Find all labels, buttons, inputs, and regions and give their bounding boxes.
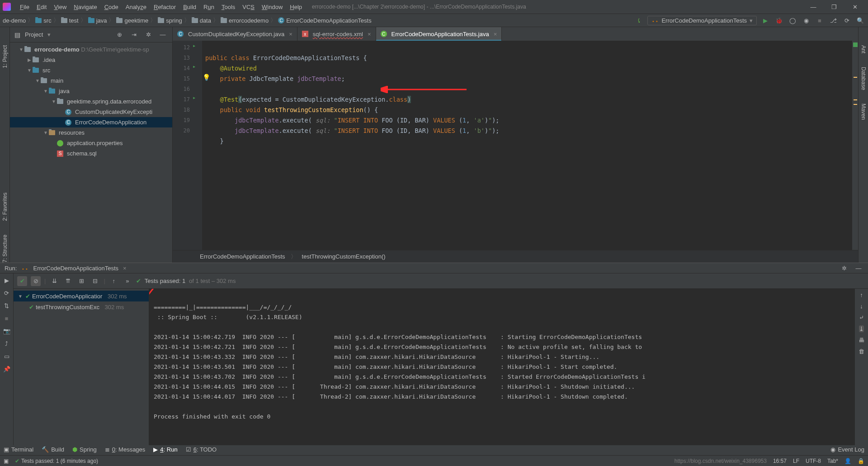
dump-button[interactable]: 📷	[3, 327, 11, 335]
favorites-tool-tab[interactable]: 2: Favorites	[2, 193, 8, 221]
collapse-icon[interactable]: ⇥	[129, 30, 139, 40]
search-button[interactable]: 🔍	[855, 15, 865, 25]
breadcrumb-item[interactable]: errorcodedemo	[229, 17, 269, 24]
layout-button[interactable]: ▭	[3, 352, 11, 360]
run-tab[interactable]: ▶4: Run	[153, 446, 177, 453]
toggle-button[interactable]: ⟳	[3, 289, 11, 297]
crumb-method[interactable]: testThrowingCustomException()	[302, 253, 386, 260]
menu-window[interactable]: Window	[258, 4, 286, 10]
menu-view[interactable]: View	[50, 4, 70, 10]
menu-code[interactable]: Code	[101, 4, 122, 10]
menu-run[interactable]: Run	[200, 4, 218, 10]
caret-position[interactable]: 16:57	[773, 458, 787, 464]
tree-node[interactable]: src	[42, 67, 50, 74]
maven-tool-tab[interactable]: Maven	[860, 104, 867, 120]
menu-file[interactable]: File	[16, 4, 33, 10]
scroll-end-button[interactable]: ⤓	[859, 325, 864, 332]
tree-node[interactable]: main	[51, 77, 63, 84]
menu-analyze[interactable]: Analyze	[122, 4, 150, 10]
breadcrumb-item[interactable]: de-demo	[3, 17, 26, 24]
inspection-icon[interactable]: 👤	[844, 458, 851, 464]
intention-bulb-icon[interactable]: 💡	[203, 74, 210, 81]
source-code[interactable]: public class ErrorCodeDemoApplicationTes…	[203, 41, 852, 250]
database-tool-tab[interactable]: Database	[860, 67, 867, 90]
sort-alpha-button[interactable]: ⇊	[49, 276, 59, 286]
clear-button[interactable]: 🗑	[859, 348, 864, 355]
coverage-button[interactable]: ◯	[788, 15, 797, 25]
run-marker-icon[interactable]: ▸	[193, 94, 196, 101]
build-icon[interactable]: ⤹	[634, 15, 644, 25]
overview-ruler[interactable]	[852, 41, 858, 250]
menu-tools[interactable]: Tools	[218, 4, 239, 10]
pin-button[interactable]: 📌	[3, 365, 11, 373]
close-button[interactable]: ✕	[844, 0, 865, 14]
tree-node[interactable]: geektime.spring.data.errorcoded	[67, 98, 151, 105]
close-tab-icon[interactable]: ×	[494, 31, 497, 38]
menu-refactor[interactable]: Refactor	[150, 4, 179, 10]
editor-tab-active[interactable]: CErrorCodeDemoApplicationTests.java×	[376, 27, 502, 41]
code-area[interactable]: 121314151617181920 ▸ ▸ ▸ 💡 public class …	[173, 41, 858, 250]
terminal-tab[interactable]: ▣Terminal	[4, 446, 33, 453]
breadcrumb-item[interactable]: data	[200, 17, 211, 24]
down-button[interactable]: ↓	[860, 303, 863, 310]
test-leaf[interactable]: ✔testThrowingCustomExc 302 ms	[14, 301, 149, 312]
minimize-icon[interactable]: —	[854, 263, 863, 273]
run-marker-icon[interactable]: ▸	[193, 42, 196, 49]
print-button[interactable]: 🖶	[859, 337, 864, 344]
rerun-button[interactable]: ▶	[3, 276, 11, 284]
collapse-button[interactable]: ⊟	[90, 276, 100, 286]
run-button[interactable]: ▶	[760, 15, 770, 25]
more-button[interactable]: »	[123, 276, 132, 286]
exit-button[interactable]: ⤴	[3, 339, 11, 348]
locate-icon[interactable]: ⊕	[114, 30, 124, 40]
encoding[interactable]: UTF-8	[806, 458, 821, 464]
todo-tab[interactable]: ☑6: TODO	[186, 446, 217, 453]
structure-tool-tab[interactable]: 7: Structure	[2, 235, 8, 263]
breadcrumb-item[interactable]: spring	[166, 17, 182, 24]
sort-button[interactable]: ⇅	[3, 301, 11, 310]
editor-tab[interactable]: xsql-error-codes.xml×	[297, 27, 376, 41]
run-marker-icon[interactable]: ▸	[193, 63, 196, 70]
profile-button[interactable]: ◉	[801, 15, 811, 25]
test-root[interactable]: ▼✔ErrorCodeDemoApplicatior 302 ms	[14, 291, 149, 301]
project-tree[interactable]: ▼errorcode-demo D:\GeekTime\geektime-sp …	[10, 42, 172, 263]
project-root[interactable]: errorcode-demo	[34, 46, 80, 53]
up-button[interactable]: ↑	[860, 292, 863, 298]
run-config-selector[interactable]: ⬩⬩ ErrorCodeDemoApplicationTests ▾	[647, 16, 757, 25]
lock-icon[interactable]: 🔒	[858, 458, 864, 464]
sort-duration-button[interactable]: ⇈	[63, 276, 73, 286]
tree-node[interactable]: java	[59, 88, 70, 94]
breadcrumb[interactable]: de-demo〉 src〉 test〉 java〉 geektime〉 spri…	[3, 16, 372, 24]
minimize-button[interactable]: —	[803, 0, 824, 14]
hide-icon[interactable]: —	[158, 30, 168, 40]
console-output[interactable]: =========|_|==============|___/=/_/_/_/ …	[149, 289, 854, 445]
vcs-button[interactable]: ⎇	[828, 15, 838, 25]
menu-build[interactable]: Build	[179, 4, 200, 10]
breadcrumb-item[interactable]: test	[69, 17, 79, 24]
sync-button[interactable]: ⟳	[842, 15, 852, 25]
spring-tab[interactable]: ⬢Spring	[72, 446, 97, 453]
breadcrumb-item[interactable]: src	[43, 17, 51, 24]
breadcrumb-item[interactable]: geektime	[124, 17, 148, 24]
close-run-tab[interactable]: ×	[123, 265, 127, 272]
menu-navigate[interactable]: Navigate	[70, 4, 100, 10]
messages-tab[interactable]: ≣0: Messages	[105, 446, 146, 453]
editor-breadcrumb[interactable]: ErrorCodeDemoApplicationTests〉 testThrow…	[173, 250, 858, 263]
status-icon[interactable]: ▣	[4, 458, 9, 464]
line-separator[interactable]: LF	[793, 458, 799, 464]
stop-button[interactable]: ■	[3, 314, 11, 322]
show-ignored-button[interactable]: ⊘	[31, 276, 41, 286]
menu-edit[interactable]: Edit	[33, 4, 50, 10]
breadcrumb-item[interactable]: ErrorCodeDemoApplicationTests	[286, 17, 372, 24]
settings-icon[interactable]: ✲	[143, 30, 153, 40]
test-tree[interactable]: ▼✔ErrorCodeDemoApplicatior 302 ms ✔testT…	[14, 289, 149, 445]
expand-button[interactable]: ⊞	[76, 276, 86, 286]
maximize-button[interactable]: ❐	[824, 0, 844, 14]
project-tool-tab[interactable]: 1: Project	[2, 45, 8, 68]
settings-icon[interactable]: ✲	[839, 263, 849, 273]
indent[interactable]: Tab*	[827, 458, 838, 464]
ant-tool-tab[interactable]: Ant	[860, 45, 867, 53]
build-tab[interactable]: 🔨Build	[42, 446, 64, 453]
editor-tab[interactable]: CCustomDuplicatedKeyException.java×	[173, 27, 297, 41]
event-log-tab[interactable]: ◉Event Log	[830, 446, 864, 453]
